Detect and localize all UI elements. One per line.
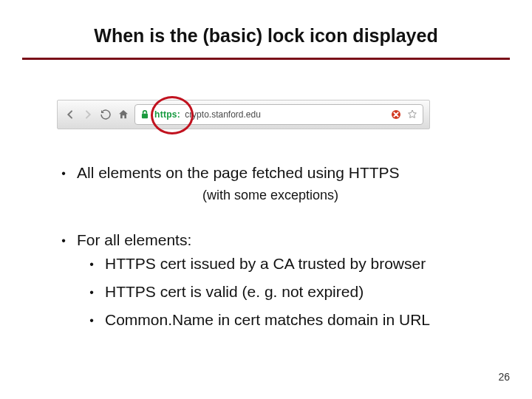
bullet-marker: • (89, 283, 95, 302)
home-icon (117, 108, 130, 121)
title-underline (22, 58, 510, 60)
bullet-text: HTTPS cert issued by a CA trusted by bro… (105, 255, 426, 274)
bullet-marker: • (61, 164, 66, 183)
bullet-item: • All elements on the page fetched using… (61, 164, 480, 183)
url-domain: crypto.stanford.edu (185, 109, 261, 120)
bullet-subtext: (with some exceptions) (61, 188, 480, 203)
error-icon (390, 109, 402, 120)
url-scheme: https: (154, 109, 180, 120)
back-icon (64, 108, 77, 121)
bullet-text: All elements on the page fetched using H… (77, 164, 400, 183)
bullet-text: For all elements: (77, 231, 191, 250)
bullet-marker: • (61, 231, 66, 250)
bullet-marker: • (89, 311, 95, 330)
slide-title: When is the (basic) lock icon displayed (0, 25, 532, 47)
url-field: https: crypto.stanford.edu (134, 104, 423, 125)
bullet-marker: • (89, 255, 95, 274)
page-number: 26 (498, 371, 510, 383)
bullet-text: Common.Name in cert matches domain in UR… (105, 311, 430, 330)
bullet-text: HTTPS cert is valid (e. g. not expired) (105, 283, 364, 302)
forward-icon (81, 108, 95, 121)
bullet-item: • For all elements: (61, 231, 480, 250)
bookmark-star-icon (406, 109, 418, 120)
lock-icon (140, 109, 150, 120)
sub-bullets: • HTTPS cert issued by a CA trusted by b… (89, 255, 480, 330)
bullet-item: • HTTPS cert is valid (e. g. not expired… (89, 283, 480, 302)
slide-content: • All elements on the page fetched using… (61, 164, 480, 339)
browser-toolbar: https: crypto.stanford.edu (57, 100, 430, 129)
reload-icon (99, 108, 112, 121)
svg-rect-0 (142, 114, 148, 118)
bullet-item: • Common.Name in cert matches domain in … (89, 311, 480, 330)
bullet-item: • HTTPS cert issued by a CA trusted by b… (89, 255, 480, 274)
